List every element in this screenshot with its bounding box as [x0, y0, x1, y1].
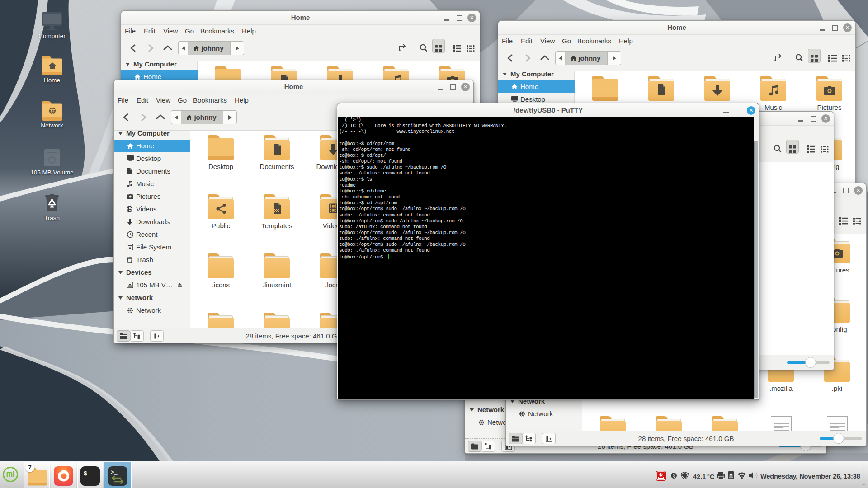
svg-text:$_: $_ [84, 470, 91, 477]
svg-text:>_: >_ [111, 469, 118, 476]
